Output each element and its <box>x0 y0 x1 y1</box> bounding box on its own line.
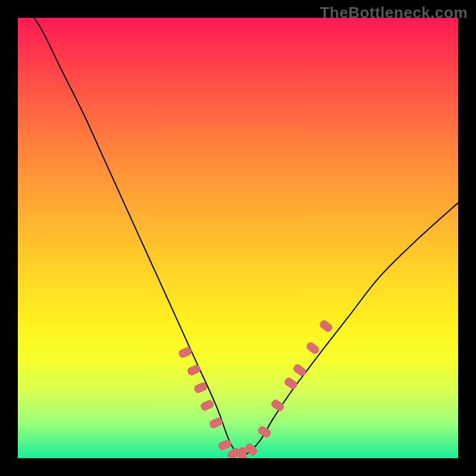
curve-marker <box>199 399 215 412</box>
chart-frame: TheBottleneck.com <box>0 0 476 476</box>
marker-group <box>177 319 334 458</box>
curve-marker <box>283 376 299 390</box>
watermark-text: TheBottleneck.com <box>320 4 468 22</box>
bottleneck-curve <box>18 18 458 455</box>
curve-layer <box>18 18 458 458</box>
curve-marker <box>292 363 308 377</box>
curve-marker <box>270 398 286 412</box>
curve-marker <box>217 439 233 451</box>
curve-marker <box>305 341 321 355</box>
curve-marker <box>186 364 202 377</box>
curve-marker <box>256 425 272 439</box>
curve-marker <box>318 319 334 334</box>
plot-area <box>18 18 458 458</box>
